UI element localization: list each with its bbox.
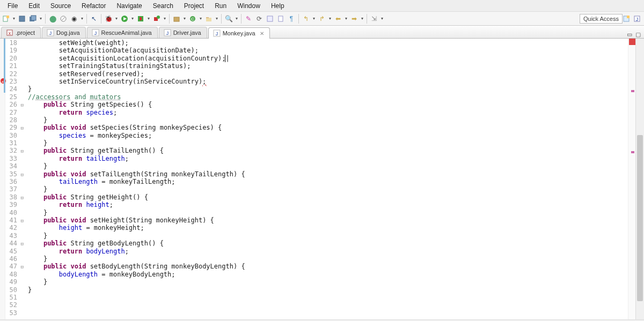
menu-project[interactable]: Project bbox=[179, 1, 209, 11]
code-line[interactable]: return species; bbox=[28, 109, 628, 116]
line-number[interactable]: 24 bbox=[5, 85, 17, 93]
tab--project[interactable]: x.project bbox=[1, 27, 41, 38]
code-line[interactable]: setReserved(reserved); bbox=[28, 70, 628, 78]
code-line[interactable]: public void setTailLength(String monkeyT… bbox=[28, 170, 628, 178]
code-line[interactable]: height = monkeyHeight; bbox=[28, 224, 628, 232]
line-number[interactable]: 35 bbox=[5, 170, 17, 178]
overview-marker[interactable] bbox=[631, 90, 634, 92]
line-number[interactable]: 45 bbox=[5, 248, 17, 255]
back-icon[interactable]: ⬅ bbox=[333, 14, 343, 24]
code-line[interactable]: } bbox=[28, 255, 628, 263]
code-line[interactable]: public String getHeight() { bbox=[28, 193, 628, 201]
save-icon[interactable] bbox=[17, 14, 27, 24]
dropdown-icon[interactable]: ▾ bbox=[235, 14, 239, 24]
code-line[interactable]: setAcquisitionLocation(acquisitionCountr… bbox=[28, 55, 628, 62]
dropdown-icon[interactable]: ▾ bbox=[163, 14, 167, 24]
save-all-icon[interactable] bbox=[28, 14, 38, 24]
code-line[interactable]: } bbox=[28, 162, 628, 170]
dropdown-icon[interactable]: ▾ bbox=[360, 14, 364, 24]
open-perspective-icon[interactable] bbox=[621, 14, 631, 24]
line-number[interactable]: 39 bbox=[5, 201, 17, 208]
dropdown-icon[interactable]: ▾ bbox=[199, 14, 203, 24]
overview-ruler[interactable] bbox=[628, 39, 635, 319]
refresh-icon[interactable]: ⟳ bbox=[254, 14, 264, 24]
task-icon[interactable] bbox=[265, 14, 275, 24]
code-line[interactable]: } bbox=[28, 286, 628, 294]
code-line[interactable]: public String getBodyLength() { bbox=[28, 240, 628, 247]
menu-refactor[interactable]: Refactor bbox=[76, 1, 111, 11]
code-line[interactable]: public void setBodyLength(String monkeyB… bbox=[28, 263, 628, 270]
fold-ruler[interactable] bbox=[20, 39, 28, 319]
quick-access-field[interactable]: Quick Access bbox=[580, 14, 623, 24]
java-perspective-icon[interactable]: J bbox=[632, 14, 642, 24]
line-number[interactable]: 44 bbox=[5, 240, 17, 247]
line-number[interactable]: 42 bbox=[5, 224, 17, 232]
line-number[interactable]: 28 bbox=[5, 116, 17, 124]
menu-run[interactable]: Run bbox=[209, 1, 232, 11]
build-icon[interactable]: ⬤ bbox=[48, 14, 57, 24]
forward-icon[interactable]: ➡ bbox=[349, 14, 359, 24]
menu-source[interactable]: Source bbox=[45, 1, 76, 11]
dropdown-icon[interactable]: ▾ bbox=[380, 14, 384, 24]
code-line[interactable]: } bbox=[28, 139, 628, 147]
line-number[interactable]: 32 bbox=[5, 147, 17, 154]
dropdown-icon[interactable]: ▾ bbox=[182, 14, 187, 24]
line-number[interactable]: 53 bbox=[5, 309, 17, 317]
pointer-icon[interactable]: ↖ bbox=[89, 14, 99, 24]
code-line[interactable]: setTrainingStatus(trainingStatus); bbox=[28, 62, 628, 70]
menu-window[interactable]: Window bbox=[232, 1, 266, 11]
line-number[interactable]: 31 bbox=[5, 139, 17, 147]
line-number[interactable]: 51 bbox=[5, 294, 17, 301]
code-line[interactable]: return bodyLength; bbox=[28, 248, 628, 255]
menu-search[interactable]: Search bbox=[148, 1, 179, 11]
line-number[interactable]: 37 bbox=[5, 185, 17, 193]
line-number[interactable]: 34 bbox=[5, 162, 17, 170]
line-number[interactable]: 47 bbox=[5, 263, 17, 270]
line-number[interactable]: 48 bbox=[5, 271, 17, 278]
line-number[interactable]: 49 bbox=[5, 278, 17, 286]
error-summary-icon[interactable] bbox=[629, 39, 635, 45]
minimize-icon[interactable]: ▭ bbox=[627, 31, 632, 38]
ext-tools-icon[interactable] bbox=[152, 14, 162, 24]
vertical-scrollbar[interactable] bbox=[635, 39, 644, 319]
line-number[interactable]: 22 bbox=[5, 70, 17, 78]
tab-monkey-java[interactable]: JMonkey.java✕ bbox=[208, 27, 270, 39]
line-number[interactable]: 40 bbox=[5, 209, 17, 217]
code-line[interactable] bbox=[28, 294, 628, 301]
pin-icon[interactable]: ⇲ bbox=[369, 14, 379, 24]
line-number[interactable]: 20 bbox=[5, 55, 17, 62]
code-line[interactable]: tailLength = monkeyTailLength; bbox=[28, 178, 628, 185]
tab-rescueanimal-java[interactable]: JRescueAnimal.java bbox=[87, 27, 158, 38]
close-icon[interactable]: ✕ bbox=[260, 31, 264, 36]
code-line[interactable]: return tailLength; bbox=[28, 155, 628, 162]
menu-edit[interactable]: Edit bbox=[23, 1, 45, 11]
code-line[interactable]: return height; bbox=[28, 201, 628, 208]
pilcrow-icon[interactable]: ¶ bbox=[287, 14, 296, 24]
code-line[interactable]: setInServiceCountry(inServiceCountry); bbox=[28, 78, 628, 85]
code-line[interactable]: public void setSpecies(String monkeySpec… bbox=[28, 124, 628, 131]
code-line[interactable]: species = monkeySpecies; bbox=[28, 132, 628, 139]
new-folder-icon[interactable] bbox=[204, 14, 214, 24]
line-number[interactable]: 43 bbox=[5, 232, 17, 240]
code-line[interactable]: public String getTailLength() { bbox=[28, 147, 628, 154]
target-icon[interactable]: ◉ bbox=[69, 14, 79, 24]
code-line[interactable]: public void setHeight(String monkeyHeigh… bbox=[28, 217, 628, 224]
code-line[interactable]: setWeight(weight); bbox=[28, 39, 628, 47]
wand-icon[interactable]: ✎ bbox=[244, 14, 253, 24]
line-number[interactable]: 33 bbox=[5, 155, 17, 162]
menu-navigate[interactable]: Navigate bbox=[111, 1, 147, 11]
line-number[interactable]: 27 bbox=[5, 109, 17, 116]
scrollbar-thumb[interactable] bbox=[637, 135, 643, 301]
line-number[interactable]: 52 bbox=[5, 301, 17, 309]
code-line[interactable]: } bbox=[28, 116, 628, 124]
code-line[interactable] bbox=[28, 309, 628, 317]
new-pkg-icon[interactable] bbox=[172, 14, 181, 24]
coverage-icon[interactable] bbox=[136, 14, 145, 24]
menu-file[interactable]: File bbox=[2, 1, 23, 11]
dropdown-icon[interactable]: ▾ bbox=[344, 14, 348, 24]
code-line[interactable]: setAcquisitionDate(acquisitionDate); bbox=[28, 47, 628, 54]
line-number[interactable]: 18 bbox=[5, 39, 17, 47]
line-number[interactable]: 23 bbox=[5, 78, 17, 85]
line-number[interactable]: 25 bbox=[5, 93, 17, 101]
dropdown-icon[interactable]: ▾ bbox=[80, 14, 84, 24]
